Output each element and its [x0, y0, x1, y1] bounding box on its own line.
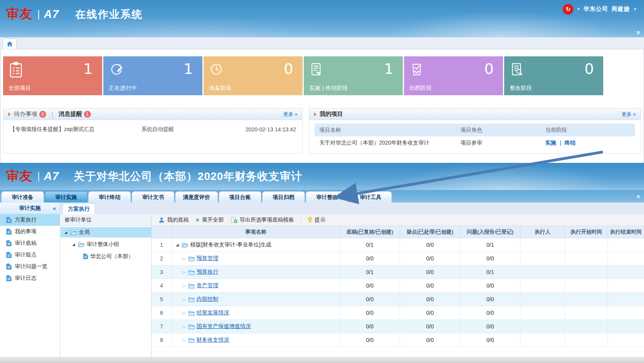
- tree-node-audit-group[interactable]: ◢ 审计整体小组: [61, 239, 151, 250]
- tab-audit-rectify[interactable]: 审计整改: [306, 191, 348, 202]
- stage-link-finish[interactable]: 终结: [564, 140, 575, 146]
- collapse-icon[interactable]: ▷: [183, 324, 186, 329]
- table-row[interactable]: 2 ▷ 预算管理 0/0 0/0 0/0: [151, 252, 644, 265]
- collapse-icon[interactable]: ▷: [183, 256, 186, 261]
- tab-audit-tools[interactable]: 审计工具: [349, 191, 392, 202]
- more-link[interactable]: 更多 »: [621, 111, 636, 118]
- folder-open-icon: [182, 242, 188, 248]
- card-prepare-stage[interactable]: 0 准备阶段: [204, 56, 303, 95]
- doubt-count: 0/0: [400, 293, 460, 306]
- subtab-plan-execution[interactable]: 方案执行: [63, 203, 95, 214]
- collapse-icon[interactable]: ▷: [183, 338, 186, 343]
- user-caret-icon[interactable]: ▼: [633, 7, 637, 11]
- item-link[interactable]: 预算管理: [197, 255, 218, 262]
- item-link[interactable]: 资产管理: [197, 282, 218, 289]
- message-row[interactable]: 【专项填报任务提醒】zxp测试汇总 系统自动提醒 2020-02-13 14:1…: [3, 120, 302, 139]
- header-collapse-icon[interactable]: «: [634, 31, 642, 34]
- panel-marker-icon: [314, 112, 317, 116]
- tab-audit-finish[interactable]: 审计终结: [88, 191, 131, 202]
- export-doc-icon: [231, 217, 237, 223]
- expand-icon[interactable]: ◢: [64, 230, 68, 234]
- sidebar-title: 审计实施: [19, 205, 41, 212]
- executor-cell: [520, 320, 565, 333]
- card-implement-stage[interactable]: 1 实施 | 终结阶段: [304, 56, 403, 95]
- executor-cell: [520, 306, 565, 319]
- draft-count: 0/0: [340, 293, 400, 306]
- export-template-button[interactable]: 导出所选事项底稿模板: [229, 216, 296, 223]
- sidebar-item-audit-log[interactable]: 审计日志: [0, 272, 60, 284]
- refresh-icon[interactable]: ↻: [563, 4, 573, 14]
- item-link[interactable]: 国有资产保值增值情况: [197, 323, 251, 330]
- sidebar-item-plan-execution[interactable]: 方案执行: [0, 214, 60, 226]
- expand-icon[interactable]: ◢: [72, 243, 76, 246]
- collapse-icon[interactable]: ▷: [183, 283, 186, 288]
- collapse-icon[interactable]: ▷: [183, 270, 186, 275]
- tab-messages[interactable]: 消息提醒: [59, 110, 82, 118]
- sidebar-collapse-icon[interactable]: «: [53, 205, 56, 211]
- item-link[interactable]: 预算执行: [197, 269, 218, 276]
- tab-satisfaction[interactable]: 满意度评价: [175, 191, 218, 202]
- tree-node-huabei-company[interactable]: 华北公司（本部）: [61, 251, 151, 262]
- folder-icon: [188, 311, 195, 316]
- start-time-cell: [565, 279, 608, 292]
- tab-todo[interactable]: 待办事项: [14, 110, 37, 118]
- folder-icon: [188, 283, 195, 288]
- table-row[interactable]: 8 ▷ 财务收支情况 0/0 0/0 0/0: [151, 333, 644, 347]
- table-row[interactable]: 3 ▷ 预算执行 0/1 0/0 0/1: [151, 265, 644, 279]
- end-time-cell: [608, 252, 644, 265]
- panel-marker-icon: [8, 112, 11, 116]
- tree-node-global[interactable]: ◢ 全局: [61, 227, 151, 237]
- sidebar-item-my-matters[interactable]: 我的事项: [0, 226, 60, 237]
- tab-project-archive[interactable]: 项目归档: [262, 191, 305, 202]
- stage-link-implement[interactable]: 实施: [545, 140, 556, 146]
- end-time-cell: [608, 238, 644, 251]
- table-row[interactable]: 6 ▷ 经营发展情况 0/0 0/0 0/0: [151, 306, 644, 320]
- start-time-cell: [565, 265, 608, 279]
- card-all-projects[interactable]: 1 全部项目: [3, 56, 102, 95]
- sidebar-item-audit-doubts[interactable]: 审计疑点: [0, 249, 60, 261]
- card-in-progress[interactable]: 1 正在进行中: [103, 56, 202, 95]
- doubt-count: 0/0: [400, 333, 460, 347]
- row-number: 5: [151, 293, 172, 306]
- refresh-caret-icon[interactable]: ▼: [576, 7, 580, 11]
- tab-project-ledger[interactable]: 项目台账: [219, 191, 261, 202]
- item-link[interactable]: 财务收支情况: [197, 337, 229, 344]
- card-count: 0: [484, 60, 494, 77]
- table-header-row: 事项名称 底稿(已复核/已创建) 疑点(已处理/已创建) 问题(入报告/已登记)…: [151, 226, 644, 238]
- tree-node-label: 审计整体小组: [87, 241, 119, 248]
- user-info[interactable]: 华东公司 周建婕: [583, 5, 630, 13]
- button-label: 展开全部: [202, 216, 224, 223]
- table-row[interactable]: 5 ▷ 内部控制 0/0 0/0 0/0: [151, 293, 644, 306]
- tab-audit-implement[interactable]: 审计实施: [45, 191, 87, 202]
- start-time-cell: [565, 320, 608, 333]
- tree-node-label: 华北公司（本部）: [90, 253, 134, 260]
- tab-audit-prepare[interactable]: 审计准备: [1, 191, 44, 202]
- more-link[interactable]: 更多 »: [283, 111, 298, 118]
- project-row[interactable]: 关于对华北公司（本部）2020年财务收支审计 项目参审 实施 | 终结: [315, 136, 635, 149]
- tab-audit-document[interactable]: 审计文书: [132, 191, 174, 202]
- card-archive-stage[interactable]: 0 归档阶段: [404, 56, 503, 95]
- second-level-strip: 审计实施 « 方案执行: [0, 202, 644, 214]
- table-row[interactable]: 1 ◢ 模版[财务收支审计-事业单位]生成 0/1 0/0 0/1: [151, 238, 644, 252]
- collapse-icon[interactable]: ▷: [183, 311, 186, 316]
- table-row[interactable]: 7 ▷ 国有资产保值增值情况 0/0 0/0 0/0: [151, 320, 644, 333]
- item-name: 模版[财务收支审计-事业单位]生成: [190, 241, 271, 248]
- my-drafts-button[interactable]: 我的底稿: [156, 216, 191, 223]
- tabbar-collapse-icon[interactable]: «: [634, 195, 642, 198]
- tips-button[interactable]: 提示: [305, 216, 328, 223]
- item-link[interactable]: 经营发展情况: [197, 309, 229, 316]
- item-link[interactable]: 内部控制: [197, 296, 218, 303]
- sidebar-item-audit-drafts[interactable]: 审计底稿: [0, 237, 60, 249]
- expand-all-button[interactable]: » 展开全部: [194, 216, 226, 223]
- table-row[interactable]: 4 ▷ 资产管理 0/0 0/0 0/0: [151, 279, 644, 293]
- home-tab[interactable]: [3, 38, 17, 49]
- sidebar-item-audit-issues[interactable]: 审计问题一览: [0, 261, 60, 272]
- expand-icon[interactable]: ◢: [176, 243, 180, 247]
- message-source: 系统自动提醒: [141, 126, 216, 133]
- doc-icon: [6, 217, 12, 223]
- folder-icon: [188, 297, 195, 302]
- card-rectify-stage[interactable]: 0 整改阶段: [504, 56, 603, 95]
- sidebar-item-label: 审计疑点: [15, 251, 37, 258]
- collapse-icon[interactable]: ▷: [183, 297, 186, 302]
- person-icon: [158, 217, 165, 223]
